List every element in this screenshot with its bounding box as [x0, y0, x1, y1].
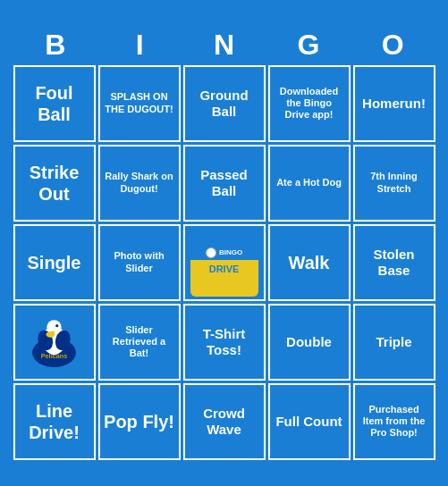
cell-r2c1: Strike Out — [13, 145, 96, 222]
cell-r5c3: Crowd Wave — [183, 383, 266, 460]
cell-r1c2: SPLASH ON THE DUGOUT! — [98, 65, 181, 142]
bingo-drive-logo: BINGO DRIVE — [190, 229, 258, 297]
cell-r1c4: Downloaded the Bingo Drive app! — [268, 65, 351, 142]
cell-r4c2: Slider Retrieved a Bat! — [98, 304, 181, 381]
header-o: O — [351, 27, 435, 63]
cell-r3c2: Photo with Slider — [98, 224, 181, 301]
cell-r3c3-free: BINGO DRIVE — [183, 224, 266, 301]
cell-r3c5: Stolen Base — [353, 224, 435, 301]
header-b: B — [13, 27, 97, 63]
svg-point-8 — [46, 331, 55, 338]
cell-r2c3: Passed Ball — [183, 145, 266, 222]
cell-r3c4: Walk — [268, 224, 351, 301]
svg-point-7 — [55, 324, 58, 327]
header-g: G — [266, 27, 351, 63]
header-i: I — [97, 27, 182, 63]
bingo-grid: Foul Ball SPLASH ON THE DUGOUT! Ground B… — [13, 65, 435, 460]
cell-r5c5: Purchased Item from the Pro Shop! — [353, 383, 435, 460]
cell-r4c3: T-Shirt Toss! — [183, 304, 266, 381]
cell-r4c5: Triple — [353, 304, 435, 381]
cell-r3c1: Single — [13, 224, 96, 301]
cell-r5c4: Full Count — [268, 383, 351, 460]
cell-r5c1: Line Drive! — [13, 383, 96, 460]
header-n: N — [182, 27, 266, 63]
cell-r2c5: 7th Inning Stretch — [353, 145, 435, 222]
cell-r2c2: Rally Shark on Dugout! — [98, 145, 181, 222]
pelicans-logo-svg: Pelicans — [25, 313, 83, 371]
cell-r1c5: Homerun! — [353, 65, 435, 142]
logo-bottom-section: DRIVE — [190, 260, 258, 279]
cell-r4c1-logo: Pelicans — [13, 304, 96, 381]
cell-r2c4: Ate a Hot Dog — [268, 145, 351, 222]
bingo-header: B I N G O — [13, 27, 435, 63]
cell-r4c4: Double — [268, 304, 351, 381]
bingo-card: B I N G O Foul Ball SPLASH ON THE DUGOUT… — [10, 23, 439, 464]
cell-r5c2: Pop Fly! — [98, 383, 181, 460]
cell-r1c3: Ground Ball — [183, 65, 266, 142]
cell-r1c1: Foul Ball — [13, 65, 96, 142]
logo-top-section: BINGO — [190, 246, 258, 260]
